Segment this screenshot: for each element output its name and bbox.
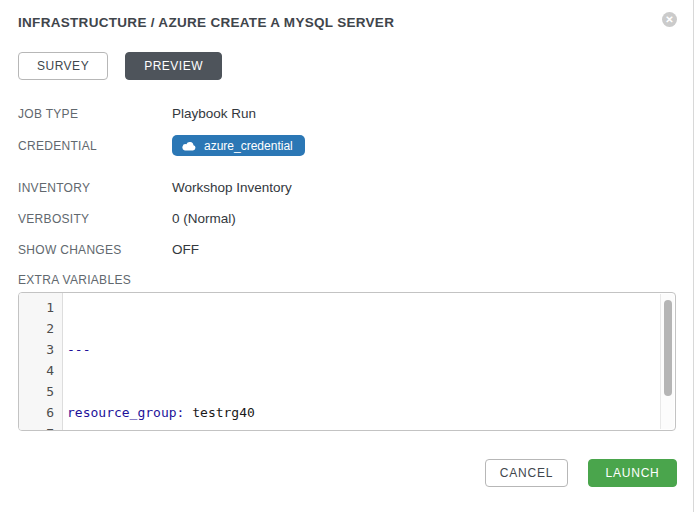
- job-launch-preview-modal: INFRASTRUCTURE / AZURE CREATE A MYSQL SE…: [0, 0, 694, 512]
- modal-header: INFRASTRUCTURE / AZURE CREATE A MYSQL SE…: [18, 0, 693, 30]
- detail-row-inventory: INVENTORY Workshop Inventory: [18, 172, 693, 203]
- job-type-value: Playbook Run: [172, 106, 256, 121]
- tab-bar: SURVEY PREVIEW: [18, 52, 693, 80]
- launch-button[interactable]: LAUNCH: [588, 459, 677, 487]
- cancel-button[interactable]: CANCEL: [485, 459, 568, 487]
- code-content[interactable]: --- resource_group: testrg40 location: e…: [63, 293, 675, 430]
- detail-row-show-changes: SHOW CHANGES OFF: [18, 234, 693, 265]
- line-number: 2: [19, 318, 54, 339]
- code-line: ---: [67, 339, 675, 360]
- line-number: 3: [19, 339, 54, 360]
- verbosity-value: 0 (Normal): [172, 211, 236, 226]
- show-changes-label: SHOW CHANGES: [18, 243, 172, 257]
- code-line: resource_group: testrg40: [67, 402, 675, 423]
- verbosity-label: VERBOSITY: [18, 212, 172, 226]
- credential-label: CREDENTIAL: [18, 139, 172, 153]
- job-details: JOB TYPE Playbook Run CREDENTIAL azure_c…: [18, 98, 693, 265]
- page-title: INFRASTRUCTURE / AZURE CREATE A MYSQL SE…: [18, 12, 394, 30]
- show-changes-value: OFF: [172, 242, 199, 257]
- tab-survey[interactable]: SURVEY: [18, 52, 108, 80]
- editor-scrollbar-track[interactable]: [660, 294, 674, 429]
- extra-variables-editor[interactable]: 1 2 3 4 5 6 7 --- resource_group: testrg…: [18, 292, 676, 431]
- line-number-gutter: 1 2 3 4 5 6 7: [19, 293, 63, 430]
- inventory-value: Workshop Inventory: [172, 180, 292, 195]
- credential-badge-label: azure_credential: [204, 139, 293, 153]
- inventory-label: INVENTORY: [18, 181, 172, 195]
- detail-row-credential: CREDENTIAL azure_credential: [18, 129, 693, 162]
- close-icon[interactable]: ✕: [662, 12, 677, 27]
- cloud-icon: [182, 141, 196, 151]
- extra-variables-label: EXTRA VARIABLES: [18, 273, 693, 287]
- line-number: 6: [19, 402, 54, 423]
- line-number: 1: [19, 297, 54, 318]
- line-number: 7: [19, 423, 54, 431]
- detail-row-verbosity: VERBOSITY 0 (Normal): [18, 203, 693, 234]
- job-type-label: JOB TYPE: [18, 107, 172, 121]
- line-number: 4: [19, 360, 54, 381]
- tab-preview[interactable]: PREVIEW: [125, 52, 222, 80]
- editor-scrollbar-thumb[interactable]: [664, 300, 672, 396]
- detail-row-job-type: JOB TYPE Playbook Run: [18, 98, 693, 129]
- modal-footer: CANCEL LAUNCH: [18, 459, 693, 487]
- credential-badge[interactable]: azure_credential: [172, 135, 305, 156]
- line-number: 5: [19, 381, 54, 402]
